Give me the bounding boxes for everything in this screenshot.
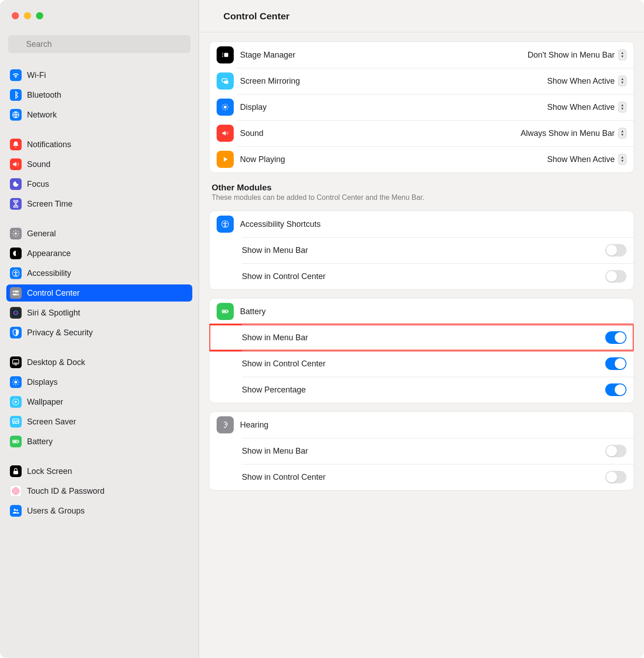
sidebar-item-siri[interactable]: Siri & Spotlight [6, 304, 192, 321]
sidebar-item-lock-screen[interactable]: Lock Screen [6, 463, 192, 480]
toggle-accessibility-shortcuts-menubar[interactable] [605, 244, 626, 257]
setting-label: Show Percentage [242, 385, 605, 395]
sidebar-item-label: Notifications [27, 140, 71, 149]
svg-point-39 [225, 222, 226, 223]
svg-rect-22 [14, 441, 17, 442]
svg-rect-42 [228, 311, 229, 312]
sidebar-item-battery[interactable]: Battery [6, 433, 192, 450]
displays-icon [10, 376, 22, 388]
sidebar-item-displays[interactable]: Displays [6, 374, 192, 391]
sidebar-item-label: Lock Screen [27, 467, 72, 476]
popup-stepper[interactable]: ▲▼ [618, 128, 626, 139]
battery-icon [217, 303, 234, 320]
setting-battery-percent: Show Percentage [209, 377, 634, 403]
row-label: Sound [240, 129, 521, 138]
setting-accessibility-shortcuts-cc: Show in Control Center [209, 263, 634, 289]
sidebar-item-wifi[interactable]: Wi-Fi [6, 67, 192, 84]
lock-screen-icon [10, 465, 22, 477]
setting-battery-menubar: Show in Menu Bar [209, 324, 634, 351]
sidebar-item-label: Wallpaper [27, 397, 63, 407]
sidebar-item-label: General [27, 229, 56, 239]
svg-point-9 [14, 291, 15, 292]
hearing-icon [217, 416, 234, 433]
sidebar-item-screentime[interactable]: Screen Time [6, 195, 192, 212]
svg-point-18 [15, 401, 17, 403]
sidebar-item-focus[interactable]: Focus [6, 176, 192, 193]
sidebar-item-privacy[interactable]: Privacy & Security [6, 324, 192, 341]
module-row-sound: SoundAlways Show in Menu Bar▲▼ [209, 120, 634, 146]
setting-label: Show in Control Center [242, 272, 605, 281]
module-row-screen-mirroring: Screen MirroringShow When Active▲▼ [209, 68, 634, 94]
sidebar-item-appearance[interactable]: Appearance [6, 245, 192, 262]
toggle-accessibility-shortcuts-cc[interactable] [605, 270, 626, 283]
now-playing-icon [217, 151, 234, 168]
general-icon [10, 228, 22, 239]
module-title: Hearing [240, 420, 626, 430]
svg-point-26 [14, 489, 18, 493]
desktop-dock-icon [10, 356, 22, 368]
sidebar-item-bluetooth[interactable]: Bluetooth [6, 86, 192, 104]
sound-icon [217, 125, 234, 142]
sidebar-item-users[interactable]: Users & Groups [6, 502, 192, 519]
svg-marker-37 [224, 157, 227, 162]
search-input[interactable] [8, 35, 190, 53]
sidebar-item-wallpaper[interactable]: Wallpaper [6, 393, 192, 410]
battery-icon [10, 436, 22, 447]
module-card-battery: BatteryShow in Menu BarShow in Control C… [209, 298, 634, 403]
sidebar-item-sound[interactable]: Sound [6, 156, 192, 173]
module-card-accessibility-shortcuts: Accessibility ShortcutsShow in Menu BarS… [209, 211, 634, 290]
window-controls [0, 0, 199, 32]
row-label: Screen Mirroring [240, 77, 547, 86]
sidebar-item-control-center[interactable]: Control Center [6, 284, 192, 302]
sidebar-item-network[interactable]: Network [6, 106, 192, 123]
accessibility-shortcuts-icon [217, 216, 234, 233]
notifications-icon [10, 139, 22, 150]
toggle-battery-menubar[interactable] [605, 331, 626, 344]
minimize-button[interactable] [24, 12, 31, 19]
sound-icon [10, 158, 22, 170]
module-row-now-playing: Now PlayingShow When Active▲▼ [209, 146, 634, 172]
toggle-battery-percent[interactable] [605, 383, 626, 396]
content-header: Control Center [199, 0, 644, 32]
network-icon [10, 109, 22, 121]
privacy-icon [10, 327, 22, 338]
sidebar-item-label: Accessibility [27, 269, 71, 278]
svg-rect-35 [224, 81, 228, 84]
popup-stepper[interactable]: ▲▼ [618, 154, 626, 165]
close-button[interactable] [12, 12, 19, 19]
module-header-accessibility-shortcuts: Accessibility Shortcuts [209, 211, 634, 237]
sidebar-item-notifications[interactable]: Notifications [6, 136, 192, 153]
toggle-hearing-cc[interactable] [605, 471, 626, 483]
setting-hearing-cc: Show in Control Center [209, 464, 634, 490]
sidebar-item-screensaver[interactable]: Screen Saver [6, 413, 192, 430]
module-card-hearing: HearingShow in Menu BarShow in Control C… [209, 411, 634, 491]
row-label: Display [240, 103, 547, 112]
popup-stepper[interactable]: ▲▼ [618, 76, 626, 86]
svg-rect-14 [13, 360, 19, 364]
stage-manager-icon [217, 46, 234, 63]
svg-rect-16 [15, 365, 17, 365]
svg-point-17 [14, 381, 17, 383]
svg-point-29 [16, 509, 18, 511]
sidebar-item-label: Sound [27, 160, 50, 169]
settings-window: Wi-FiBluetoothNetworkNotificationsSoundF… [0, 0, 644, 658]
sidebar-item-desktop-dock[interactable]: Desktop & Dock [6, 354, 192, 371]
row-value: Always Show in Menu Bar [521, 129, 615, 138]
sidebar-item-accessibility[interactable]: Accessibility [6, 265, 192, 282]
accessibility-icon [10, 267, 22, 279]
popup-stepper[interactable]: ▲▼ [618, 102, 626, 113]
row-value: Show When Active [547, 103, 615, 112]
content-pane: Control Center Stage ManagerDon't Show i… [199, 0, 644, 658]
toggle-hearing-menubar[interactable] [605, 445, 626, 457]
popup-stepper[interactable]: ▲▼ [618, 50, 626, 60]
svg-rect-24 [14, 471, 18, 474]
zoom-button[interactable] [36, 12, 43, 19]
svg-rect-15 [14, 363, 18, 364]
sidebar-item-label: Screen Time [27, 199, 73, 209]
svg-rect-32 [222, 54, 223, 55]
row-label: Now Playing [240, 155, 547, 164]
toggle-battery-cc[interactable] [605, 357, 626, 370]
sidebar-item-touchid[interactable]: Touch ID & Password [6, 482, 192, 500]
setting-hearing-menubar: Show in Menu Bar [209, 438, 634, 464]
sidebar-item-general[interactable]: General [6, 225, 192, 242]
